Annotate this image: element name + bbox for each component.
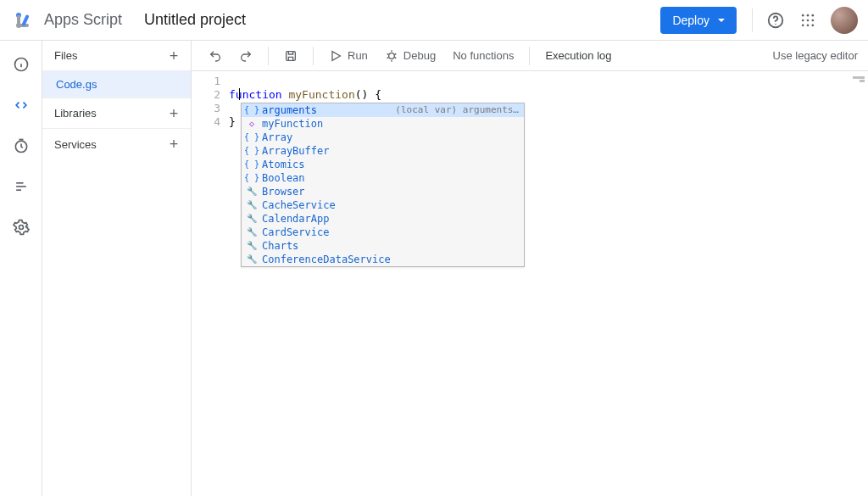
- autocomplete-label: CalendarApp: [262, 212, 329, 226]
- token-punc: }: [229, 115, 236, 128]
- autocomplete-popup[interactable]: { }arguments(local var) arguments…◇myFun…: [241, 103, 525, 267]
- triggers-icon[interactable]: [9, 134, 33, 158]
- sidebar-files-header: Files +: [42, 41, 191, 71]
- deploy-button[interactable]: Deploy: [660, 7, 737, 34]
- editor-icon[interactable]: [9, 93, 33, 117]
- code-body[interactable]: function myFunction() { } { }arguments(l…: [229, 71, 868, 496]
- fn-suggestion-icon: ◇: [247, 119, 257, 129]
- line-number: 4: [192, 115, 220, 129]
- add-file-button[interactable]: +: [165, 47, 182, 64]
- autocomplete-label: Boolean: [262, 171, 305, 185]
- left-rail: [0, 41, 42, 496]
- autocomplete-label: Charts: [262, 239, 298, 253]
- svg-rect-24: [287, 51, 296, 60]
- var-suggestion-icon: { }: [247, 173, 257, 183]
- svc-suggestion-icon: 🔧: [247, 200, 257, 210]
- autocomplete-label: Atomics: [262, 158, 305, 171]
- save-button[interactable]: [277, 44, 304, 68]
- autocomplete-item[interactable]: ◇myFunction: [242, 117, 524, 131]
- svg-point-11: [807, 19, 810, 21]
- var-suggestion-icon: { }: [247, 105, 257, 115]
- autocomplete-item[interactable]: 🔧Charts: [242, 239, 524, 253]
- divider: [529, 47, 530, 65]
- svc-suggestion-icon: 🔧: [247, 241, 257, 251]
- header-icons: [752, 7, 858, 34]
- divider: [313, 47, 314, 65]
- autocomplete-item[interactable]: 🔧ConferenceDataService: [242, 253, 524, 266]
- overview-icon[interactable]: [9, 53, 33, 76]
- apps-grid-icon[interactable]: [798, 11, 817, 30]
- autocomplete-label: myFunction: [262, 117, 323, 131]
- autocomplete-item[interactable]: { }Array: [242, 131, 524, 144]
- run-button[interactable]: Run: [322, 44, 375, 68]
- var-suggestion-icon: { }: [247, 146, 257, 156]
- function-picker[interactable]: No functions: [446, 44, 520, 68]
- divider: [752, 8, 753, 32]
- autocomplete-label: ConferenceDataService: [262, 253, 391, 266]
- autocomplete-item[interactable]: { }arguments(local var) arguments…: [242, 103, 524, 117]
- sidebar-libraries-header: Libraries +: [42, 98, 191, 129]
- svg-point-8: [807, 14, 810, 16]
- run-label: Run: [348, 49, 368, 62]
- file-sidebar: Files + Code.gs Libraries + Services +: [42, 41, 192, 496]
- minimap-icon: [853, 76, 865, 79]
- svg-point-12: [812, 19, 815, 21]
- autocomplete-label: arguments: [262, 103, 317, 117]
- redo-button[interactable]: [232, 44, 259, 68]
- account-avatar[interactable]: [831, 7, 858, 34]
- add-service-button[interactable]: +: [165, 136, 182, 153]
- svg-line-32: [394, 57, 396, 58]
- svc-suggestion-icon: 🔧: [247, 227, 257, 237]
- line-gutter: 1234: [192, 71, 229, 496]
- autocomplete-label: ArrayBuffer: [262, 144, 329, 158]
- execution-log-button[interactable]: Execution log: [538, 44, 618, 68]
- help-icon[interactable]: [766, 11, 785, 30]
- svg-point-10: [802, 19, 804, 21]
- svg-point-13: [802, 24, 804, 26]
- debug-button[interactable]: Debug: [378, 44, 442, 68]
- use-legacy-editor-link[interactable]: Use legacy editor: [773, 49, 858, 62]
- autocomplete-item[interactable]: 🔧CacheService: [242, 198, 524, 212]
- add-library-button[interactable]: +: [165, 105, 182, 122]
- autocomplete-label: Array: [262, 131, 292, 144]
- svg-marker-25: [332, 51, 340, 60]
- autocomplete-item[interactable]: 🔧CardService: [242, 226, 524, 239]
- executions-icon[interactable]: [9, 175, 33, 198]
- token-punc: () {: [355, 88, 381, 101]
- autocomplete-label: Browser: [262, 185, 305, 198]
- token-function-name: myFunction: [282, 88, 355, 101]
- brand-label: Apps Script: [44, 11, 122, 29]
- code-editor[interactable]: 1234 function myFunction() { } { }argume…: [192, 71, 868, 496]
- execution-log-label: Execution log: [545, 49, 611, 62]
- line-number: 1: [192, 75, 220, 88]
- debug-label: Debug: [403, 49, 436, 62]
- svg-point-6: [775, 23, 776, 24]
- autocomplete-detail: (local var) arguments…: [395, 103, 519, 117]
- chevron-down-icon: [718, 19, 725, 22]
- function-picker-label: No functions: [453, 49, 514, 62]
- autocomplete-item[interactable]: 🔧Browser: [242, 185, 524, 198]
- apps-script-logo-icon: [14, 10, 34, 31]
- var-suggestion-icon: { }: [247, 132, 257, 142]
- line-number: 3: [192, 102, 220, 115]
- svg-point-26: [389, 53, 395, 59]
- svc-suggestion-icon: 🔧: [247, 254, 257, 265]
- autocomplete-label: CardService: [262, 226, 329, 239]
- brand-cluster: Apps Script: [14, 10, 122, 31]
- var-suggestion-icon: { }: [247, 159, 257, 170]
- autocomplete-item[interactable]: { }Atomics: [242, 158, 524, 171]
- svg-point-15: [812, 24, 815, 26]
- autocomplete-item[interactable]: { }Boolean: [242, 171, 524, 185]
- settings-icon[interactable]: [9, 215, 33, 239]
- sidebar-libraries-label: Libraries: [54, 107, 97, 120]
- svg-line-29: [387, 53, 389, 54]
- svg-point-23: [19, 226, 23, 230]
- autocomplete-item[interactable]: { }ArrayBuffer: [242, 144, 524, 158]
- deploy-button-label: Deploy: [672, 14, 709, 27]
- undo-button[interactable]: [202, 44, 229, 68]
- project-title[interactable]: Untitled project: [144, 11, 246, 29]
- svg-point-7: [802, 14, 804, 16]
- file-item-code-gs[interactable]: Code.gs: [42, 71, 191, 98]
- autocomplete-item[interactable]: 🔧CalendarApp: [242, 212, 524, 226]
- minimap-icon: [860, 80, 865, 82]
